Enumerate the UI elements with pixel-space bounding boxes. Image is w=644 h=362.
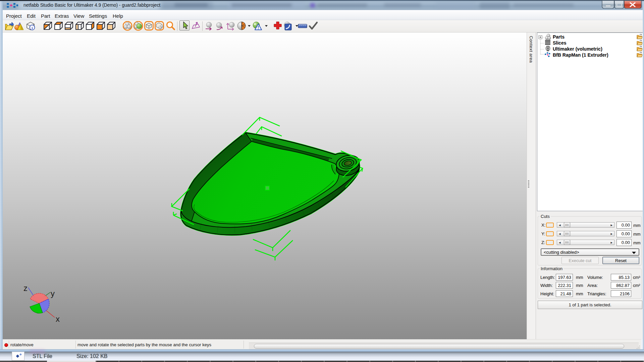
svg-text:z: z [23,284,28,293]
svg-text:x: x [56,314,60,323]
svg-text:i: i [32,26,33,30]
svg-text:y: y [51,289,55,298]
